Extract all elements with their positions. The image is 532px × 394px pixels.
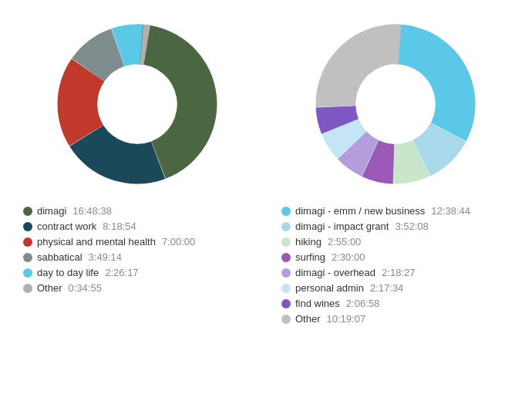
legend-item: day to day life2:26:17: [23, 267, 195, 278]
legend-color-dot: [281, 268, 291, 278]
legend-time-text: 2:26:17: [105, 267, 138, 278]
legend-item: sabbatical3:49:14: [23, 251, 195, 263]
legend-time-text: 12:38:44: [431, 205, 470, 217]
chart-section-left: dimagi16:48:38contract work8:18:54physic…: [15, 15, 258, 298]
legend-item: hiking2:55:00: [281, 236, 470, 248]
legend-label-text: dimagi - impact grant: [295, 221, 389, 232]
legend-color-dot: [23, 253, 32, 262]
legend-item: dimagi16:48:38: [23, 205, 195, 217]
legend-item: physical and mental health7:00:00: [23, 236, 195, 248]
legend-left: dimagi16:48:38contract work8:18:54physic…: [15, 205, 195, 298]
donut-left-wrapper: [15, 15, 258, 193]
legend-label-text: Other: [295, 313, 321, 325]
legend-label-text: sabbatical: [37, 251, 82, 263]
legend-color-dot: [281, 237, 291, 247]
legend-color-dot: [23, 268, 32, 278]
legend-time-text: 0:34:55: [69, 282, 102, 294]
legend-time-text: 8:18:54: [103, 221, 136, 232]
legend-label-text: dimagi - overhead: [295, 267, 375, 278]
legend-time-text: 3:49:14: [89, 251, 122, 263]
legend-color-dot: [281, 299, 291, 308]
legend-label-text: day to day life: [37, 267, 99, 278]
donut-chart-right: [307, 15, 484, 193]
legend-item: dimagi - overhead2:18:27: [281, 267, 470, 278]
legend-time-text: 2:55:00: [328, 236, 361, 248]
legend-item: Other10:19:07: [281, 313, 470, 325]
donut-chart-left: [49, 15, 226, 193]
legend-time-text: 7:00:00: [162, 236, 195, 248]
legend-label-text: surfing: [295, 251, 325, 263]
legend-label-text: hiking: [295, 236, 322, 248]
legend-label-text: dimagi: [37, 205, 66, 217]
legend-color-dot: [281, 284, 291, 293]
legend-item: dimagi - impact grant3:52:08: [281, 221, 470, 232]
legend-color-dot: [23, 207, 32, 216]
legend-color-dot: [281, 253, 291, 262]
legend-label-text: personal admin: [295, 282, 364, 294]
legend-right: dimagi - emm / new business12:38:44dimag…: [274, 205, 470, 328]
charts-container: dimagi16:48:38contract work8:18:54physic…: [0, 8, 532, 336]
legend-item: personal admin2:17:34: [281, 282, 470, 294]
legend-label-text: find wines: [295, 298, 340, 309]
legend-time-text: 2:17:34: [370, 282, 403, 294]
legend-item: find wines2:06:58: [281, 298, 470, 309]
legend-label-text: dimagi - emm / new business: [295, 205, 425, 217]
legend-time-text: 16:48:38: [72, 205, 112, 217]
chart-section-right: dimagi - emm / new business12:38:44dimag…: [274, 15, 517, 328]
legend-label-text: physical and mental health: [37, 236, 156, 248]
legend-item: Other0:34:55: [23, 282, 195, 294]
legend-time-text: 10:19:07: [327, 313, 366, 325]
legend-color-dot: [23, 237, 32, 247]
legend-color-dot: [23, 284, 32, 293]
legend-color-dot: [281, 207, 291, 216]
legend-color-dot: [281, 315, 291, 324]
legend-time-text: 3:52:08: [395, 221, 428, 232]
legend-label-text: Other: [37, 282, 62, 294]
legend-item: surfing2:30:00: [281, 251, 470, 263]
legend-time-text: 2:30:00: [332, 251, 365, 263]
donut-right-wrapper: [274, 15, 517, 193]
legend-color-dot: [23, 222, 32, 231]
legend-time-text: 2:06:58: [346, 298, 379, 309]
legend-time-text: 2:18:27: [382, 267, 415, 278]
legend-item: contract work8:18:54: [23, 221, 195, 232]
legend-color-dot: [281, 222, 291, 231]
legend-item: dimagi - emm / new business12:38:44: [281, 205, 470, 217]
legend-label-text: contract work: [37, 221, 96, 232]
